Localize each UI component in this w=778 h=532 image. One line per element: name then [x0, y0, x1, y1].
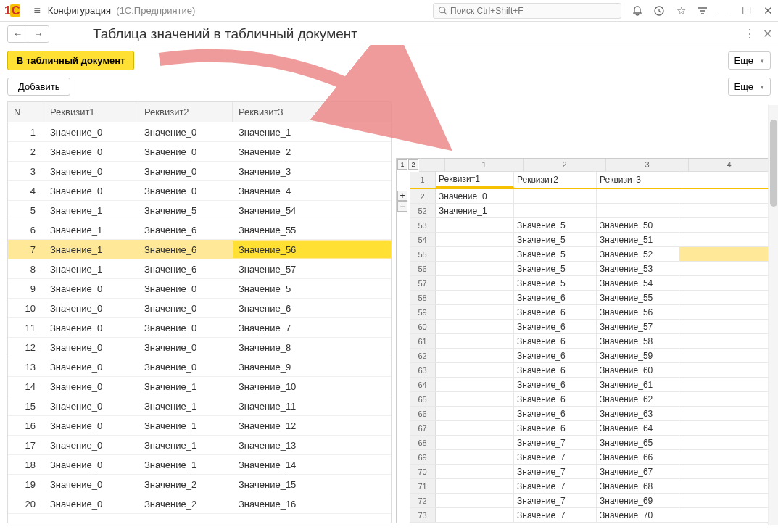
- cell[interactable]: Значение_5: [514, 218, 597, 232]
- spreadsheet-row[interactable]: 70Значение_7Значение_67: [410, 465, 770, 479]
- table-row[interactable]: 17Значение_0Значение_1Значение_13: [8, 436, 391, 455]
- spreadsheet-row[interactable]: 2Значение_0: [410, 189, 770, 204]
- spreadsheet-row[interactable]: 59Значение_6Значение_56: [410, 305, 770, 320]
- cell[interactable]: Значение_63: [597, 407, 679, 420]
- spreadsheet-row[interactable]: 64Значение_6Значение_61: [410, 378, 770, 392]
- row-num[interactable]: 69: [410, 450, 436, 464]
- cell[interactable]: Значение_62: [597, 392, 679, 406]
- cell[interactable]: Значение_7: [514, 508, 597, 522]
- col-head-3[interactable]: 3: [606, 159, 689, 172]
- cell[interactable]: [597, 204, 679, 217]
- add-button[interactable]: Добавить: [7, 78, 70, 96]
- cell[interactable]: [436, 305, 514, 319]
- spreadsheet-row[interactable]: 56Значение_5Значение_53: [410, 262, 770, 276]
- cell[interactable]: Значение_56: [597, 305, 679, 319]
- col-r1[interactable]: Реквизит1: [44, 102, 138, 122]
- spreadsheet-row[interactable]: 69Значение_7Значение_66: [410, 450, 770, 465]
- cell[interactable]: [679, 479, 770, 493]
- spreadsheet-row[interactable]: 61Значение_6Значение_58: [410, 334, 770, 349]
- cell[interactable]: [679, 378, 770, 391]
- cell[interactable]: [436, 334, 514, 348]
- table-row[interactable]: 13Значение_0Значение_0Значение_9: [8, 357, 391, 377]
- spreadsheet-row[interactable]: 67Значение_6Значение_64: [410, 421, 770, 436]
- cell[interactable]: [436, 363, 514, 377]
- cell[interactable]: [679, 392, 770, 406]
- cell[interactable]: [679, 291, 770, 304]
- cell[interactable]: [436, 247, 514, 261]
- row-num[interactable]: 63: [410, 363, 436, 377]
- table-row[interactable]: 3Значение_0Значение_0Значение_3: [8, 162, 391, 181]
- cell[interactable]: [436, 392, 514, 406]
- outline-level-1[interactable]: 1: [397, 159, 407, 170]
- spreadsheet-row[interactable]: 72Значение_7Значение_69: [410, 494, 770, 508]
- cell[interactable]: Значение_5: [514, 233, 597, 246]
- col-head-1[interactable]: 1: [445, 159, 524, 172]
- cell[interactable]: Значение_7: [514, 450, 597, 464]
- cell[interactable]: [679, 508, 770, 522]
- cell[interactable]: Значение_6: [514, 320, 597, 333]
- row-num[interactable]: 66: [410, 407, 436, 420]
- cell[interactable]: [679, 233, 770, 246]
- table-row[interactable]: 7Значение_1Значение_6Значение_56: [8, 240, 391, 259]
- cell[interactable]: Значение_70: [597, 508, 679, 522]
- cell[interactable]: Значение_6: [514, 305, 597, 319]
- col-r2[interactable]: Реквизит2: [138, 102, 233, 122]
- cell[interactable]: [436, 320, 514, 333]
- table-row[interactable]: 15Значение_0Значение_1Значение_11: [8, 396, 391, 416]
- more-button-2[interactable]: Еще: [728, 78, 771, 96]
- cell[interactable]: [436, 479, 514, 493]
- cell[interactable]: [679, 436, 770, 449]
- history-icon[interactable]: [653, 5, 665, 17]
- cell[interactable]: [679, 349, 770, 362]
- spreadsheet-row[interactable]: 62Значение_6Значение_59: [410, 349, 770, 363]
- cell[interactable]: Значение_1: [436, 204, 514, 217]
- row-num[interactable]: 60: [410, 320, 436, 333]
- cell[interactable]: Значение_53: [597, 262, 679, 275]
- cell[interactable]: Значение_7: [514, 494, 597, 507]
- cell[interactable]: Значение_7: [514, 436, 597, 449]
- spreadsheet-row[interactable]: 55Значение_5Значение_52: [410, 247, 770, 262]
- row-num[interactable]: 54: [410, 233, 436, 246]
- cell[interactable]: [679, 172, 770, 188]
- to-spreadsheet-button[interactable]: В табличный документ: [7, 51, 134, 70]
- spreadsheet-row[interactable]: 54Значение_5Значение_51: [410, 233, 770, 247]
- spreadsheet-row[interactable]: 57Значение_5Значение_54: [410, 276, 770, 291]
- cell[interactable]: [436, 421, 514, 435]
- row-num[interactable]: 55: [410, 247, 436, 261]
- scrollbar-thumb[interactable]: [770, 120, 777, 207]
- row-num[interactable]: 64: [410, 378, 436, 391]
- spreadsheet-row[interactable]: 73Значение_7Значение_70: [410, 508, 770, 523]
- cell[interactable]: [436, 276, 514, 290]
- table-row[interactable]: 4Значение_0Значение_0Значение_4: [8, 181, 391, 201]
- table-row[interactable]: 14Значение_0Значение_1Значение_10: [8, 377, 391, 396]
- expand-icon[interactable]: +: [397, 191, 407, 201]
- spreadsheet-row[interactable]: 68Значение_7Значение_65: [410, 436, 770, 450]
- cell[interactable]: Значение_59: [597, 349, 679, 362]
- cell[interactable]: [679, 320, 770, 333]
- table-body[interactable]: 1Значение_0Значение_0Значение_12Значение…: [8, 122, 391, 523]
- table-row[interactable]: 8Значение_1Значение_6Значение_57: [8, 259, 391, 279]
- cell[interactable]: [679, 334, 770, 348]
- row-num[interactable]: 72: [410, 494, 436, 507]
- cell[interactable]: Реквизит3: [597, 172, 679, 188]
- table-row[interactable]: 9Значение_0Значение_0Значение_5: [8, 279, 391, 299]
- row-num[interactable]: 2: [410, 189, 436, 203]
- menu-icon[interactable]: ≡: [33, 4, 40, 17]
- row-num[interactable]: 58: [410, 291, 436, 304]
- cell[interactable]: Значение_6: [514, 334, 597, 348]
- cell[interactable]: [679, 421, 770, 435]
- cell[interactable]: Реквизит1: [436, 172, 514, 188]
- cell[interactable]: Значение_6: [514, 378, 597, 391]
- cell[interactable]: [679, 204, 770, 217]
- row-num[interactable]: 1: [410, 172, 436, 188]
- cell[interactable]: [436, 262, 514, 275]
- cell[interactable]: Значение_5: [514, 262, 597, 275]
- cell[interactable]: Значение_61: [597, 378, 679, 391]
- search-box[interactable]: [433, 3, 621, 19]
- row-num[interactable]: 67: [410, 421, 436, 435]
- nav-forward-button[interactable]: →: [28, 26, 49, 42]
- table-row[interactable]: 10Значение_0Значение_0Значение_6: [8, 299, 391, 318]
- cell[interactable]: [679, 218, 770, 232]
- row-num[interactable]: 73: [410, 508, 436, 522]
- table-row[interactable]: 16Значение_0Значение_1Значение_12: [8, 416, 391, 436]
